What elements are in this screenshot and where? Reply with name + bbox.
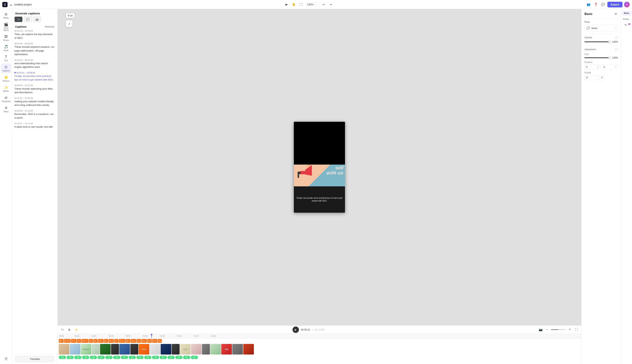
- green-chip[interactable]: [59, 356, 66, 359]
- green-chip[interactable]: [144, 356, 151, 359]
- media-clip[interactable]: [150, 344, 160, 354]
- media-clip[interactable]: [191, 344, 202, 354]
- media-clip[interactable]: [243, 344, 254, 354]
- help-btn[interactable]: ❓: [593, 2, 599, 8]
- timeline-playhead[interactable]: [151, 334, 152, 338]
- opacity-slider[interactable]: [584, 42, 610, 42]
- sidebar-item-photos[interactable]: 🖼 Photos: [1, 33, 11, 43]
- media-clip[interactable]: [161, 344, 171, 354]
- play-button[interactable]: ▶: [292, 326, 299, 333]
- video-tab-btn[interactable]: 📹: [14, 16, 22, 22]
- media-clip[interactable]: [70, 344, 80, 354]
- adjustment-radio[interactable]: [615, 48, 618, 51]
- caption-item[interactable]: 01:06:40 – 01:10:06 Remember, SEO is a m…: [14, 110, 55, 120]
- collaborate-btn[interactable]: 👥: [586, 2, 592, 8]
- redo-btn[interactable]: ↪: [328, 2, 334, 8]
- caption-chip[interactable]: SEC: [64, 339, 70, 343]
- green-chip[interactable]: [82, 356, 89, 359]
- media-clip[interactable]: [111, 344, 119, 354]
- green-chip[interactable]: [152, 356, 159, 359]
- media-clip[interactable]: [100, 344, 111, 354]
- caption-chip[interactable]: ma: [141, 339, 147, 343]
- caption-chip[interactable]: foc: [71, 339, 76, 343]
- media-clip[interactable]: [130, 344, 138, 354]
- media-clip[interactable]: [59, 344, 69, 354]
- green-chip[interactable]: [113, 356, 120, 359]
- sidebar-item-text[interactable]: T Text: [1, 54, 11, 63]
- translate-button[interactable]: Translate: [15, 356, 54, 362]
- caption-item[interactable]: 01:10:07 – 01:14:35 It takes time to see…: [14, 122, 55, 129]
- rotate-input[interactable]: 0°: [584, 75, 598, 80]
- tab-basic[interactable]: Basic: [622, 10, 632, 16]
- caption-chip[interactable]: C: [77, 339, 81, 343]
- project-title[interactable]: Untitled project: [14, 3, 32, 6]
- caption-item[interactable]: 00:44:63 – 00:50:09 These include keywor…: [14, 42, 55, 56]
- caption-item[interactable]: 00:50:10 – 00:53:40 and understanding ho…: [14, 59, 55, 69]
- caption-item[interactable]: 01:01:94 – 01:06:40 making your website …: [14, 97, 55, 107]
- green-chip[interactable]: [105, 356, 112, 359]
- undo-btn[interactable]: ↩: [321, 2, 326, 8]
- media-clip[interactable]: 00:04: [139, 344, 149, 354]
- size-slider[interactable]: [584, 58, 610, 58]
- tab-more[interactable]: Mo...: [622, 22, 632, 28]
- green-chip[interactable]: [136, 356, 144, 359]
- fullscreen-btn[interactable]: ⛶: [574, 327, 579, 332]
- delete-btn[interactable]: 🗑: [67, 327, 72, 332]
- caption-chip[interactable]: [114, 339, 118, 343]
- sidebar-item-media[interactable]: ⊞ Media: [1, 10, 11, 20]
- caption-chip[interactable]: loc: [108, 339, 114, 343]
- aspect-ratio-label[interactable]: 9:16: [66, 13, 74, 18]
- caption-chip[interactable]: [126, 339, 130, 343]
- green-chip[interactable]: [160, 356, 167, 359]
- caption-chip[interactable]: t: [104, 339, 108, 343]
- caption-chip[interactable]: It t: [152, 339, 157, 343]
- green-chip[interactable]: [121, 356, 128, 359]
- green-chip[interactable]: [74, 356, 82, 359]
- media-clip[interactable]: [119, 344, 130, 354]
- caption-chip[interactable]: i: [89, 339, 93, 343]
- caption-chip[interactable]: y: [158, 339, 162, 343]
- sidebar-item-settings[interactable]: ☰: [1, 355, 11, 362]
- comments-btn[interactable]: 💬: [600, 2, 606, 8]
- media-clip[interactable]: [92, 344, 100, 354]
- rotate-icon-btn[interactable]: ↺: [599, 75, 604, 80]
- caption-chip[interactable]: R: [147, 339, 152, 343]
- sidebar-item-transitions[interactable]: ⇄ Transitions: [1, 94, 11, 104]
- mask-control[interactable]: None ›: [584, 25, 618, 31]
- media-clip[interactable]: [202, 344, 210, 354]
- export-button[interactable]: Export: [607, 2, 622, 8]
- sidebar-item-audio[interactable]: 🎵 Audio: [1, 43, 11, 53]
- media-clip[interactable]: [232, 344, 243, 354]
- shortcuts-link[interactable]: Shortcuts: [45, 26, 54, 28]
- hand-tool-btn[interactable]: ✋: [291, 2, 297, 8]
- pos-x-input[interactable]: 0 X: [584, 64, 600, 70]
- opacity-radio[interactable]: [615, 36, 618, 39]
- play-mode-btn[interactable]: ▶: [284, 2, 290, 8]
- green-chip[interactable]: [129, 356, 136, 359]
- sidebar-item-stickers[interactable]: ⭐ Stickers: [1, 74, 11, 84]
- caption-item[interactable]: 00:58:09 – 01:01:93 These include optimi…: [14, 84, 55, 94]
- green-chip[interactable]: [183, 356, 190, 359]
- zoom-out-btn[interactable]: −: [545, 328, 550, 332]
- green-chip[interactable]: [90, 356, 97, 359]
- green-chip[interactable]: [66, 356, 74, 359]
- media-clip[interactable]: [210, 344, 221, 354]
- caption-chip[interactable]: W: [59, 339, 64, 343]
- sidebar-item-stock[interactable]: 🎬 Stock videos: [1, 21, 11, 33]
- sidebar-item-effects[interactable]: ✨ Effects: [1, 84, 11, 94]
- green-chip[interactable]: [191, 356, 198, 359]
- tiktok-icon[interactable]: ♪: [66, 20, 72, 27]
- media-clip[interactable]: [172, 344, 180, 354]
- transform-btn[interactable]: ⚡: [74, 327, 79, 332]
- zoom-selector[interactable]: 100% ▾: [306, 2, 317, 7]
- camera-btn[interactable]: 📷: [538, 327, 543, 332]
- sidebar-item-filters[interactable]: ⚙ Filters: [1, 104, 11, 114]
- green-chip[interactable]: [168, 356, 175, 359]
- media-clip[interactable]: STOCK: [180, 344, 190, 354]
- crop-tool-btn[interactable]: ⛶: [298, 2, 304, 8]
- magic-tab-btn[interactable]: 🤖: [33, 16, 41, 22]
- text-tab-btn[interactable]: 💬: [24, 16, 32, 22]
- media-clip[interactable]: SEARCH: [81, 344, 91, 354]
- caption-chip[interactable]: In t: [98, 339, 104, 343]
- caption-chip[interactable]: It's a: [82, 339, 88, 343]
